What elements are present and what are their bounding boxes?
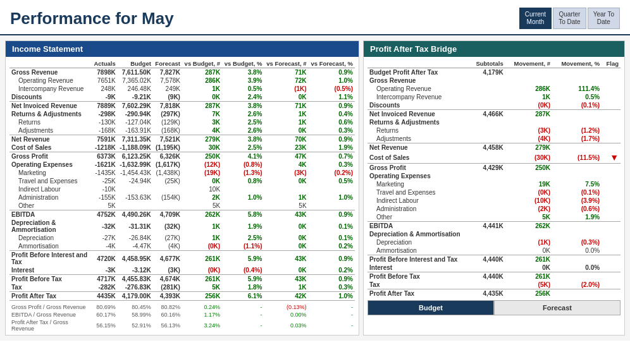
table-row: Interest0K0.0% [368,264,621,272]
bridge-col-label [368,59,469,68]
table-row: Cost of Sales-1218K-1,188.09K(1,195K)30K… [9,143,355,152]
col-vb-num: vs Budget, # [182,59,222,68]
main-container: Performance for May CurrentMonth Quarter… [0,0,630,364]
page-title: Performance for May [10,9,174,28]
bridge-col-mov-num: Movement, # [505,59,552,68]
income-statement-content: Actuals Budget Forecast vs Budget, # vs … [6,57,359,335]
table-row: Net Revenue4,458K279K [368,143,621,152]
year-to-date-button[interactable]: Year ToDate [588,8,620,29]
table-row: Adjustments-168K-163.91K(168K)4K2.6%0K0.… [9,126,355,135]
bridge-content: Subtotals Movement, # Movement, % Flag B… [364,57,624,318]
table-row: Marketing19K7.5% [368,180,621,188]
table-row: Profit Before Tax4,440K261K [368,272,621,281]
table-row: Operating Expenses-1621K-1,632.99K(1,617… [9,161,355,169]
table-row: Operating Revenue286K111.4% [368,85,621,93]
table-row: Discounts-9K-9.21K(9K)0K2.4%0K1.1% [9,93,355,102]
bridge-forecast-button[interactable]: Forecast [494,300,621,315]
table-row: Intercompany Revenue248K246.48K249K1K0.5… [9,85,355,93]
bridge-budget-button[interactable]: Budget [368,300,494,315]
col-vf-pct: vs Forecast, % [309,59,355,68]
ratio-row: Profit After Tax / Gross Revenue56.15%52… [9,318,355,332]
table-row: Tax-282K-276.83K(281K)5K1.8%1K0.3% [9,283,355,292]
table-row: Profit After Tax4435K4,179.00K4,393K256K… [9,292,355,301]
table-row: Gross Profit6373K6,123.25K6,326K250K4.1%… [9,152,355,161]
table-row: Travel and Expenses-25K-24.94K(25K)0K0.8… [9,177,355,185]
table-row: Tax(5K)(2.0%) [368,281,621,289]
table-row: Returns-130K-127.04K(129K)3K2.5%1K0.6% [9,118,355,126]
table-row: Net Invoiced Revenue7889K7,602.29K7,818K… [9,102,355,111]
table-row: Intercompany Revenue1K0.5% [368,93,621,101]
income-statement-header: Income Statement [6,41,359,57]
header: Performance for May CurrentMonth Quarter… [0,0,630,35]
col-actuals: Actuals [92,59,118,68]
table-row: Administration-155K-153.63K(154K)2K1.0%1… [9,193,355,202]
bridge-header: Profit After Tax Bridge [364,41,624,57]
table-row: Depreciation & Ammortisation [368,230,621,238]
table-row: Ammortisation-4K-4.47K(4K)(0K)(1.1%)0K0.… [9,242,355,251]
table-row: Gross Revenue7898K7,611.50K7,827K287K3.8… [9,68,355,77]
table-row: Returns & Adjustments [368,118,621,126]
table-row: EBITDA4,441K262K [368,222,621,231]
table-row: Returns(3K)(1.2%) [368,126,621,135]
table-row: Operating Expenses [368,172,621,180]
bridge-col-mov-pct: Movement, % [552,59,602,68]
table-row: Gross Profit4,429K250K [368,164,621,173]
income-statement-table: Actuals Budget Forecast vs Budget, # vs … [9,59,355,332]
ratio-row: EBITDA / Gross Revenue60.17%58.99%60.16%… [9,311,355,318]
arrow-down-icon: ▼ [610,152,619,162]
quarter-to-date-button[interactable]: QuarterTo Date [553,8,586,29]
bridge-col-subtotals: Subtotals [469,59,505,68]
col-forecast: Forecast [153,59,182,68]
bridge-buttons: Budget Forecast [368,300,621,315]
table-row: Depreciation(1K)(0.3%) [368,238,621,246]
table-row: Profit Before Interest and Tax4720K4,458… [9,251,355,267]
bridge-table: Subtotals Movement, # Movement, % Flag B… [368,59,621,298]
table-row: Profit Before Interest and Tax4,440K261K [368,255,621,264]
bridge-panel: Profit After Tax Bridge Subtotals Moveme… [363,40,625,336]
table-row: Depreciation-27K-26.84K(27K)1K2.5%0K0.1% [9,234,355,242]
ratio-row: Gross Profit / Gross Revenue80.69%80.45%… [9,303,355,311]
table-row: Other5K5K5K [9,202,355,210]
table-row: Administration(2K)(0.6%) [368,205,621,213]
table-row: Net Revenue7591K7,311.35K7,521K279K3.8%7… [9,135,355,144]
table-row: Indirect Labour(10K)(3.9%) [368,197,621,205]
table-row: Ammortisation0K0.0% [368,246,621,255]
table-row: Adjustments(4K)(1.7%) [368,135,621,143]
period-buttons: CurrentMonth QuarterTo Date Year ToDate [519,8,620,29]
table-row: Budget Profit After Tax4,179K [368,68,621,77]
table-row: Travel and Expenses(0K)(0.1%) [368,188,621,197]
table-row: Gross Revenue [368,76,621,85]
table-row: Profit Before Tax4717K4,455.83K4,674K261… [9,275,355,284]
col-budget: Budget [118,59,153,68]
table-row: Indirect Labour-10K10K [9,185,355,193]
table-row: Cost of Sales(30K)(11.5%)▼ [368,152,621,164]
table-row: Other5K1.9% [368,213,621,222]
table-row: Discounts(0K)(0.1%) [368,101,621,110]
table-row: Depreciation & Ammortisation-32K-31.31K(… [9,219,355,234]
table-row: Net Invoiced Revenue4,466K287K [368,110,621,119]
table-row: Interest-3K-3.12K(3K)(0K)(0.4%)0K0.2% [9,266,355,275]
table-row: Operating Revenue7651K7,365.02K7,578K286… [9,76,355,85]
bridge-col-flag: Flag [602,59,621,68]
content-area: Income Statement Actuals Budget Forecast… [0,35,630,341]
col-vb-pct: vs Budget, % [222,59,264,68]
table-row: Marketing-1435K-1,454.43K(1,438K)(19K)(1… [9,169,355,177]
table-row: EBITDA4752K4,490.26K4,709K262K5.8%43K0.9… [9,210,355,219]
table-row: Returns & Adjustments-298K-290.94K(297K)… [9,110,355,118]
current-month-button[interactable]: CurrentMonth [519,8,552,29]
col-vf-num: vs Forecast, # [264,59,308,68]
income-statement-panel: Income Statement Actuals Budget Forecast… [5,40,359,336]
table-row: Profit After Tax4,435K256K [368,289,621,298]
col-label [9,59,92,68]
